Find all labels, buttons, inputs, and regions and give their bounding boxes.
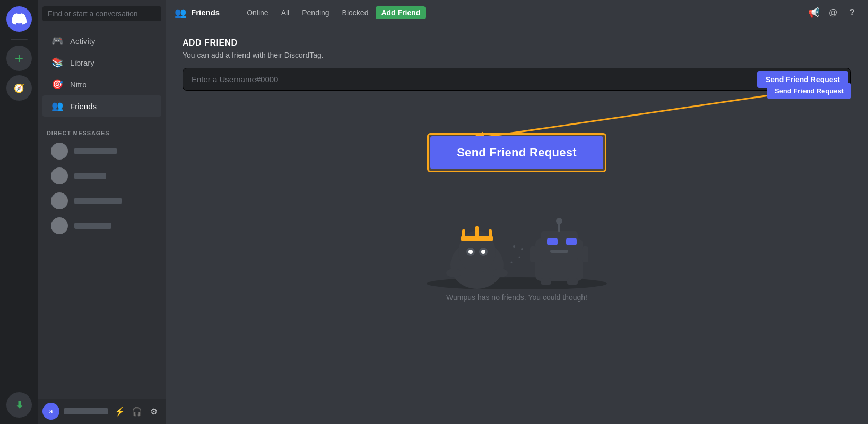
help-icon[interactable]: ?	[845, 5, 860, 20]
sidebar-nav: 🎮 Activity 📚 Library 🎯 Nitro 👥 Friends	[38, 25, 166, 121]
avatar	[51, 143, 68, 160]
tab-pending[interactable]: Pending	[297, 6, 334, 19]
dm-list	[38, 138, 166, 399]
mention-icon[interactable]: @	[826, 5, 840, 20]
sidebar-item-friends[interactable]: 👥 Friends	[42, 95, 161, 117]
svg-point-12	[481, 250, 485, 254]
top-nav-right-icons: 📢 @ ?	[806, 5, 860, 20]
add-friend-form: Send Friend Request	[183, 68, 851, 91]
svg-rect-19	[550, 250, 568, 253]
download-button[interactable]: ⬇	[6, 392, 32, 418]
page-title: ADD FRIEND	[183, 38, 851, 48]
discord-logo-button[interactable]	[6, 6, 32, 32]
icon-bar: + 🧭 ⬇	[0, 0, 38, 424]
avatar	[51, 167, 68, 184]
nitro-icon: 🎯	[51, 78, 64, 91]
svg-point-29	[511, 262, 513, 263]
avatar	[51, 192, 68, 209]
sidebar-item-activity[interactable]: 🎮 Activity	[42, 30, 161, 51]
tab-all[interactable]: All	[276, 6, 295, 19]
sidebar-search-area	[38, 0, 166, 25]
dm-name	[74, 223, 111, 229]
highlighted-button-box: Send Friend Request	[427, 133, 606, 172]
icon-bar-divider	[11, 39, 28, 40]
dm-name	[74, 198, 122, 204]
dm-name	[74, 148, 117, 154]
svg-point-26	[513, 245, 515, 248]
dm-name	[74, 173, 106, 179]
empty-state-caption: Wumpus has no friends. You could though!	[446, 293, 587, 302]
svg-rect-24	[541, 278, 551, 285]
list-item[interactable]	[42, 214, 161, 238]
user-panel: a ⚡ 🎧 ⚙	[38, 399, 166, 424]
username-input[interactable]	[192, 70, 757, 88]
sidebar-item-friends-label: Friends	[70, 102, 97, 111]
friends-icon: 👥	[51, 100, 64, 112]
svg-rect-23	[582, 246, 588, 262]
svg-point-28	[521, 248, 523, 250]
wumpus-illustration	[424, 183, 610, 289]
svg-rect-22	[530, 246, 536, 262]
library-icon: 📚	[51, 56, 64, 69]
svg-rect-17	[547, 238, 558, 245]
friends-nav-icon: 👥	[174, 6, 187, 19]
add-friend-subtitle: You can add a friend with their DiscordT…	[183, 51, 851, 59]
content-area: ADD FRIEND You can add a friend with the…	[166, 25, 868, 424]
sidebar-item-nitro-label: Nitro	[70, 80, 87, 89]
sidebar-item-activity-label: Activity	[70, 37, 96, 46]
add-server-button[interactable]: +	[6, 46, 32, 71]
user-panel-icons: ⚡ 🎧 ⚙	[112, 404, 161, 419]
top-nav: 👥 Friends Online All Pending Blocked Add…	[166, 0, 868, 25]
list-item[interactable]	[42, 139, 161, 163]
svg-point-11	[468, 250, 473, 254]
sidebar: 🎮 Activity 📚 Library 🎯 Nitro 👥 Friends D…	[38, 0, 166, 424]
svg-point-14	[493, 269, 508, 277]
list-item[interactable]	[42, 189, 161, 213]
tab-blocked[interactable]: Blocked	[337, 6, 374, 19]
sidebar-item-nitro[interactable]: 🎯 Nitro	[42, 74, 161, 95]
newsfeed-icon[interactable]: 📢	[806, 5, 821, 20]
svg-rect-8	[461, 236, 493, 241]
sidebar-item-library-label: Library	[70, 58, 94, 67]
sidebar-item-library[interactable]: 📚 Library	[42, 52, 161, 73]
avatar: a	[42, 403, 59, 420]
settings-icon[interactable]: ⚙	[146, 404, 161, 419]
annotation-send-button-area: Send Friend Request	[767, 83, 851, 99]
search-input[interactable]	[42, 6, 161, 21]
dm-section-label: DIRECT MESSAGES	[38, 121, 166, 138]
tab-online[interactable]: Online	[241, 6, 273, 19]
deafen-icon[interactable]: ⚡	[112, 404, 127, 419]
empty-state: Send Friend Request	[183, 112, 851, 302]
activity-icon: 🎮	[51, 34, 64, 47]
svg-point-27	[519, 257, 520, 258]
explore-button[interactable]: 🧭	[6, 75, 32, 101]
send-friend-request-button-highlighted[interactable]: Send Friend Request	[430, 136, 603, 169]
svg-rect-25	[567, 278, 578, 285]
nav-divider	[235, 6, 235, 19]
main-content: 👥 Friends Online All Pending Blocked Add…	[166, 0, 868, 424]
tab-add-friend[interactable]: Add Friend	[376, 6, 426, 19]
avatar	[51, 217, 68, 234]
svg-point-13	[446, 269, 461, 277]
username-display	[64, 408, 108, 414]
svg-rect-18	[566, 238, 577, 245]
list-item[interactable]	[42, 164, 161, 188]
send-friend-request-button-annotated[interactable]: Send Friend Request	[767, 83, 851, 99]
headset-icon[interactable]: 🎧	[129, 404, 144, 419]
friends-nav-title: Friends	[191, 8, 220, 17]
svg-rect-16	[541, 231, 578, 262]
svg-point-21	[556, 218, 562, 224]
